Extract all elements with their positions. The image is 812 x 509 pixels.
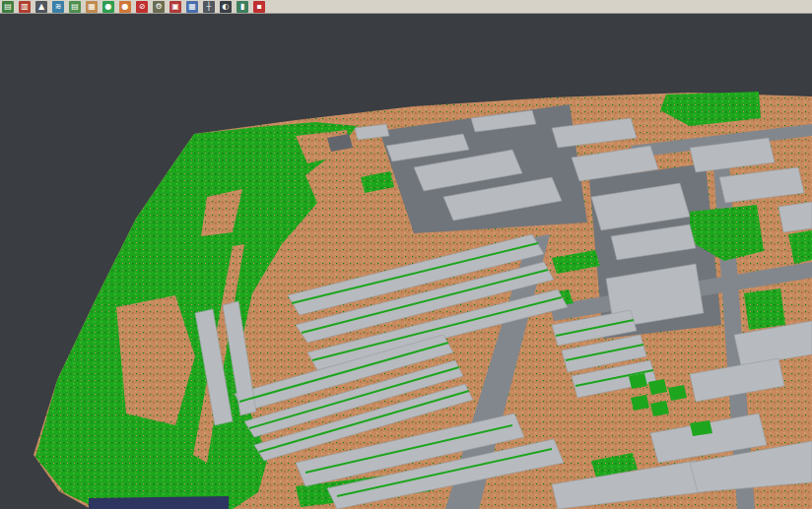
edge-shadow [89,496,229,509]
clear-selection-icon[interactable]: ⊘ [136,1,148,13]
vegetation-patch [744,288,785,330]
building-class-icon[interactable]: ● [119,1,131,13]
open-project-icon[interactable]: ▤ [2,1,14,13]
edge-shadow-layer [89,496,229,509]
application-window: ▤▥▲≋▤▦●●⊘⚙▣▦┼◐▮▪ [0,0,812,509]
ground-class-icon[interactable]: ▦ [86,1,98,13]
settings-gear-icon[interactable]: ⚙ [153,1,165,13]
grid-icon[interactable]: ▦ [186,1,198,13]
save-scene-icon[interactable]: ▥ [19,1,31,13]
histogram-icon[interactable]: ▮ [237,1,248,13]
record-icon[interactable]: ▪ [253,1,265,13]
layers-icon[interactable]: ▤ [69,1,81,13]
building-roof [778,202,812,232]
viewport-3d[interactable] [0,14,812,509]
water-layer-icon[interactable]: ≋ [52,1,64,13]
crop-region-icon[interactable]: ▣ [169,1,181,13]
vegetation-class-icon[interactable]: ● [102,1,114,13]
globe-view-icon[interactable]: ◐ [220,1,232,13]
measure-icon[interactable]: ┼ [203,1,215,13]
main-toolbar: ▤▥▲≋▤▦●●⊘⚙▣▦┼◐▮▪ [0,0,812,14]
terrain-model-icon[interactable]: ▲ [35,1,47,13]
scene-svg[interactable] [0,14,812,509]
